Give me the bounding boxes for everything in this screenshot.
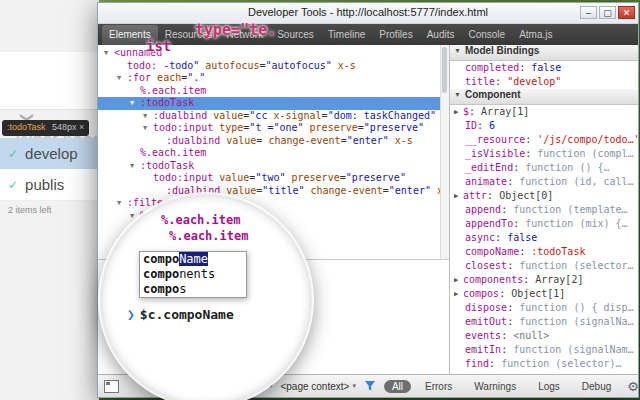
twisty-icon[interactable]: ▼ [143, 110, 153, 123]
section-header[interactable]: ▼Component [450, 89, 638, 105]
filter-warnings[interactable]: Warnings [466, 380, 524, 393]
property-row[interactable]: animate: function (id, call… [450, 175, 638, 189]
tree-row[interactable]: ▼:todoTask [98, 160, 449, 173]
expand-icon[interactable]: ▶ [454, 273, 463, 287]
property-colon: : [507, 260, 519, 271]
settings-gear-icon[interactable]: ⚙ [627, 379, 639, 394]
check-icon[interactable]: ✓ [8, 178, 18, 192]
property-value: '/js/compo/todo…' [537, 134, 638, 145]
property-row[interactable]: __resource: '/js/compo/todo…' [450, 133, 638, 147]
property-value: function (mix) {… [525, 218, 627, 229]
show-console-icon[interactable] [104, 380, 119, 393]
section-header[interactable]: ▼Model Bindings [450, 45, 638, 61]
todo-item[interactable]: ✓publis [0, 169, 99, 201]
expand-icon[interactable]: ▶ [454, 189, 463, 203]
code-token: "title" [262, 185, 304, 196]
property-row[interactable]: dispose: function () { disp… [450, 301, 638, 315]
tree-row[interactable]: ▼todo:input type="t ="one" preserve="pre… [98, 122, 449, 135]
property-row[interactable]: ID: 6 [450, 119, 638, 133]
property-row[interactable]: compoName: :todoTask [450, 245, 638, 259]
expand-icon[interactable]: ▶ [454, 287, 463, 301]
property-key: emitOut [465, 316, 507, 327]
property-row[interactable]: appendTo: function (mix) {… [450, 217, 638, 231]
property-colon: : [487, 190, 499, 201]
property-row[interactable]: ▶$: Array[1] [450, 105, 638, 119]
tree-row[interactable]: ▼:for each="." [98, 72, 449, 85]
twisty-icon[interactable]: ▼ [130, 160, 140, 173]
twisty-icon[interactable]: ▼ [104, 47, 114, 60]
tab-timeline[interactable]: Timeline [321, 25, 372, 45]
twisty-icon[interactable]: ▼ [130, 97, 140, 110]
property-row[interactable]: ▶components: Array[2] [450, 273, 638, 287]
code-token: :todoTask [140, 160, 194, 171]
magnified-tree-line: %.each.item [161, 213, 240, 227]
scrollbar-thumb[interactable] [442, 47, 447, 93]
tree-row[interactable]: ▼:todoTask [98, 97, 449, 110]
code-token: %.each.item [140, 147, 206, 158]
property-row[interactable]: events: <null> [450, 329, 638, 343]
property-row[interactable]: append: function (template… [450, 203, 638, 217]
autocomplete-item[interactable]: compoName [140, 252, 246, 267]
autocomplete-item[interactable]: components [140, 267, 246, 282]
filter-errors[interactable]: Errors [417, 380, 460, 393]
tree-row[interactable]: todo: -todo" autofocus="autofocus" x-s [98, 60, 449, 73]
magnified-code-snippet: type="te. [195, 21, 276, 39]
code-token: "enter" [389, 185, 431, 196]
filter-logs[interactable]: Logs [530, 380, 568, 393]
tree-row[interactable]: %.each.item [98, 147, 449, 160]
check-icon[interactable]: ✓ [8, 147, 18, 161]
property-row[interactable]: completed: false [450, 61, 638, 75]
console-chevron-icon: ❯ [127, 307, 135, 322]
autocomplete-item[interactable]: compos [140, 282, 246, 297]
code-token: value [213, 172, 249, 183]
tree-row[interactable]: %.each.item [98, 85, 449, 98]
property-row[interactable]: _editEnd: function () {… [450, 161, 638, 175]
property-row[interactable]: closest: function (selector… [450, 259, 638, 273]
tree-row[interactable]: ▼:filter [98, 197, 449, 210]
property-row[interactable]: ▶compos: Object[1] [450, 287, 638, 301]
tree-row[interactable]: :dualbind value= change-event="enter" x-… [98, 135, 449, 148]
property-value: function (selector)… [501, 358, 621, 369]
code-token: x-s [389, 135, 413, 146]
property-key: async [465, 232, 495, 243]
property-colon: : [501, 204, 513, 215]
tree-row[interactable]: ▼:dualbind value="cc x-signal="dom: task… [98, 110, 449, 123]
filter-debug[interactable]: Debug [574, 380, 619, 393]
property-row[interactable]: ▶attr: Object[0] [450, 189, 638, 203]
property-row[interactable]: emitIn: function (signalNam… [450, 343, 638, 357]
elements-scrollbar[interactable] [440, 45, 449, 259]
code-token: "preserve" [346, 172, 406, 183]
tab-audits[interactable]: Audits [420, 25, 462, 45]
close-button[interactable]: ✕ [618, 6, 635, 19]
property-row[interactable]: find: function (selector)… [450, 357, 638, 371]
tab-profiles[interactable]: Profiles [372, 25, 419, 45]
new-todo-input[interactable]: ❯ What needs [0, 52, 99, 110]
tab-sources[interactable]: Sources [270, 25, 321, 45]
tree-row[interactable]: todo:input value="two" preserve="preserv… [98, 172, 449, 185]
twisty-icon[interactable]: ▼ [117, 197, 127, 210]
dropdown-arrow-icon: ▾ [352, 382, 356, 390]
console-prompt[interactable]: ❯$c.compoName [127, 307, 234, 322]
code-token: value [207, 110, 243, 121]
twisty-icon[interactable]: ▼ [143, 122, 153, 135]
context-select[interactable]: <page context> ▾ [280, 381, 355, 392]
expand-icon[interactable]: ▶ [454, 105, 463, 119]
code-token: x-s [332, 60, 356, 71]
property-row[interactable]: _isVisible: function (compl… [450, 147, 638, 161]
maximize-button[interactable]: ▢ [599, 6, 616, 19]
minimize-button[interactable]: – [580, 6, 597, 19]
twisty-icon[interactable]: ▼ [117, 72, 127, 85]
property-row[interactable]: async: false [450, 231, 638, 245]
title-bar[interactable]: Developer Tools - http://localhost:5777/… [98, 3, 638, 24]
filter-all[interactable]: All [384, 380, 411, 393]
section-triangle-icon: ▼ [454, 47, 461, 54]
console-input-text: $c.compoName [140, 307, 234, 322]
tab-console[interactable]: Console [461, 25, 512, 45]
property-row[interactable]: title: "develop" [450, 75, 638, 89]
typed-prefix: compo [143, 282, 179, 296]
property-row[interactable]: emitOut: function (signalNa… [450, 315, 638, 329]
tree-row[interactable]: :dualbind value="title" change-event="en… [98, 185, 449, 198]
todo-item[interactable]: ✓develop [0, 138, 99, 170]
tab-atmajs[interactable]: Atma.js [512, 25, 559, 45]
filter-funnel-icon[interactable] [364, 380, 376, 392]
